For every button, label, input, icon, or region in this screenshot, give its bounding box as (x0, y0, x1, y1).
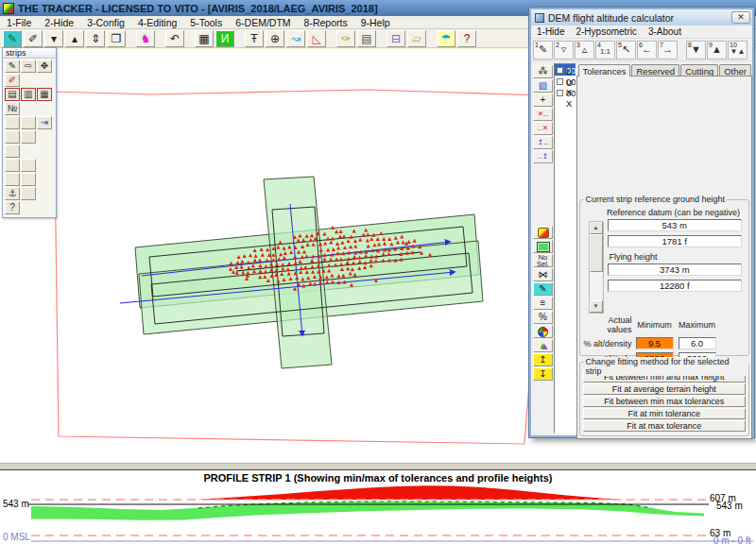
calculator-tool-button[interactable]: ▦ (195, 30, 214, 47)
profile-panel: 543 m 0 MSL 607 m 543 m 63 m 0 m - 0 ft … (0, 469, 756, 544)
datum-scrollbar[interactable]: ▲ ▼ (589, 221, 604, 314)
strip-draw-tool-button[interactable]: ✎ (3, 30, 22, 47)
dialog-tool-9-button[interactable]: 9▲ (707, 41, 727, 60)
strip-raise-button[interactable]: ↥ (533, 353, 553, 366)
dialog-tool-4-button[interactable]: 41:1 (595, 41, 615, 60)
dialog-close-button[interactable]: ✕ (731, 11, 750, 24)
move-strip-button[interactable]: ⇨ (21, 60, 36, 73)
menu-item-4-editing[interactable]: 4-Editing (131, 16, 183, 29)
scroll-thumb[interactable] (590, 234, 603, 272)
shift-up2-button[interactable]: ‥↥ (533, 150, 553, 163)
dialog-tool-1-button[interactable]: 1✎ (533, 41, 553, 60)
dropdown-tool-button[interactable]: ▾ (44, 30, 63, 47)
no-selection-button[interactable]: No Sel. (533, 254, 553, 267)
flying-height-f-field[interactable]: 12280 f (608, 280, 743, 292)
dialog-tool-6-button[interactable]: 6← (637, 41, 657, 60)
point-labels-button[interactable]: ⁂ (533, 65, 553, 78)
flying-height-m-field[interactable]: 3743 m (608, 264, 743, 276)
ink-tool-button[interactable]: ✑ (336, 30, 355, 47)
insert-code-button[interactable]: ⇥ (37, 116, 52, 129)
menu-item-8-reports[interactable]: 8-Reports (298, 16, 354, 29)
strip-list-item[interactable]: U 0003 X (555, 87, 576, 98)
wedge-tool-button[interactable]: ◺ (307, 30, 326, 47)
parachute-tool-button[interactable]: ☂ (437, 30, 455, 47)
menu-item-2-hide[interactable]: 2-Hide (38, 16, 80, 29)
dialog-menu-item-3-about[interactable]: 3-About (643, 26, 687, 37)
help-icon: ? (464, 33, 471, 44)
dialog-menu-item-1-hide[interactable]: 1-Hide (531, 26, 570, 37)
photo-delete-button[interactable]: ▤ (5, 88, 20, 101)
strip-checkbox[interactable] (557, 67, 563, 74)
projector-tool-button[interactable]: ⊟ (387, 30, 405, 47)
toolbar-separator (327, 30, 335, 47)
folder-tool-button[interactable]: ▱ (407, 30, 426, 47)
shift-up-button[interactable]: ↥‥ (533, 136, 553, 149)
dialog-menu-item-2-hypsometric[interactable]: 2-Hypsometric (570, 26, 642, 37)
menu-item-9-help[interactable]: 9-Help (354, 16, 397, 29)
splitter-bar[interactable] (0, 463, 756, 469)
print-tool-button[interactable]: ▤ (357, 30, 376, 47)
pig-tool-button[interactable]: ♞ (136, 30, 155, 47)
alt-density-min-field[interactable]: 9.5 (636, 337, 674, 349)
pyramid-button[interactable]: ▲ (533, 339, 553, 352)
dialog-tool-2-button[interactable]: 2▿ (554, 41, 574, 60)
hypsometric-button[interactable] (533, 226, 553, 239)
dem-edit-button[interactable]: ✎ (533, 282, 553, 296)
reference-datum-m-field[interactable]: 543 m (608, 219, 743, 231)
add-point-button[interactable]: + (533, 94, 553, 107)
updown-tool-button[interactable]: ⇕ (86, 30, 105, 47)
dialog-tool-8-button[interactable]: 8▼ (686, 41, 706, 60)
dialog-tool-5-button[interactable]: 5↖ (616, 41, 636, 60)
flip-page-tool-button[interactable]: ❐ (107, 30, 126, 47)
strip-checkbox[interactable] (557, 90, 563, 96)
dialog-title-bar[interactable]: DEM flight altitude calculator ✕ (531, 9, 752, 26)
anchor-button[interactable]: ⚓ (5, 187, 20, 200)
palette-help-button[interactable]: ? (5, 201, 20, 214)
menu-item-1-file[interactable]: 1-File (0, 16, 38, 29)
delete-before-button[interactable]: ✕‥ (533, 108, 553, 121)
fit-at-average-terrain-height-button[interactable]: Fit at average terrain height (583, 383, 747, 395)
strip-checkbox[interactable] (557, 78, 563, 85)
draw-strip-button[interactable]: ✎ (5, 60, 20, 73)
antenna-tool-button[interactable]: Ŧ (245, 30, 264, 47)
photo-move-button[interactable]: ▦ (37, 88, 52, 101)
delete-after-button[interactable]: ‥✕ (533, 122, 553, 135)
pie-button[interactable] (533, 325, 553, 338)
help-tool-button[interactable]: ? (457, 30, 476, 47)
strip-list[interactable]: U 0001 XU 0002 XU 0003 X (554, 63, 576, 434)
map-preview-button[interactable] (533, 240, 553, 253)
fit-at-max-tolerance-button[interactable]: Fit at max tolerance (583, 420, 747, 432)
fit-between-min-max-tolerances-button[interactable]: Fit between min max tolerances (583, 396, 747, 407)
up-tool-button[interactable]: ▴ (65, 30, 84, 47)
scroll-up-button[interactable]: ▲ (590, 222, 603, 234)
draw-strip-icon: ✎ (9, 61, 16, 71)
strip-label: U 0003 X (566, 77, 576, 109)
menu-item-5-tools[interactable]: 5-Tools (183, 16, 229, 29)
alt-density-max-field[interactable]: 6.0 (679, 337, 716, 349)
image-window-button[interactable]: ▧ (533, 79, 553, 93)
reference-datum-f-field[interactable]: 1781 f (608, 235, 743, 247)
vi-tool-button[interactable]: И (215, 30, 234, 47)
strips-palette[interactable]: strips ✎⇨✥✐▤▥▦№⇥⚓? (2, 47, 57, 218)
strip-labels-button[interactable]: № (5, 102, 20, 115)
curve-tool-button[interactable]: ↝ (286, 30, 305, 47)
strip-lower-button[interactable]: ↧ (533, 367, 553, 381)
dialog-tool-3-button[interactable]: 3▵ (575, 41, 594, 60)
menu-item-3-config[interactable]: 3-Config (80, 16, 131, 29)
pencil-tool-button[interactable]: ✐ (24, 30, 43, 47)
scroll-down-button[interactable]: ▼ (590, 300, 603, 313)
dialog-tool-7-button[interactable]: 7→ (658, 41, 678, 60)
percent-button[interactable]: % (533, 311, 553, 324)
globe-tool-button[interactable]: ⊕ (266, 30, 284, 47)
dialog-tool-10-button[interactable]: 10▼▲ (728, 41, 747, 60)
tab-tolerances[interactable]: Tolerances (578, 64, 631, 76)
collapse-button[interactable]: ⋈ (533, 268, 553, 281)
menu-item-6-dem-dtm[interactable]: 6-DEM/DTM (229, 16, 297, 29)
stretch-strip-button[interactable]: ✥ (37, 60, 52, 73)
fit-at-min-tolerance-button[interactable]: Fit at min tolerance (583, 408, 747, 419)
layers-button[interactable]: ≡ (533, 297, 553, 310)
undo-tool-button[interactable]: ↶ (165, 30, 184, 47)
erase-strip-button[interactable]: ✐ (5, 74, 20, 87)
photo-edit-button[interactable]: ▥ (21, 88, 36, 101)
dem-calculator-dialog[interactable]: DEM flight altitude calculator ✕ 1-Hide2… (529, 8, 754, 437)
